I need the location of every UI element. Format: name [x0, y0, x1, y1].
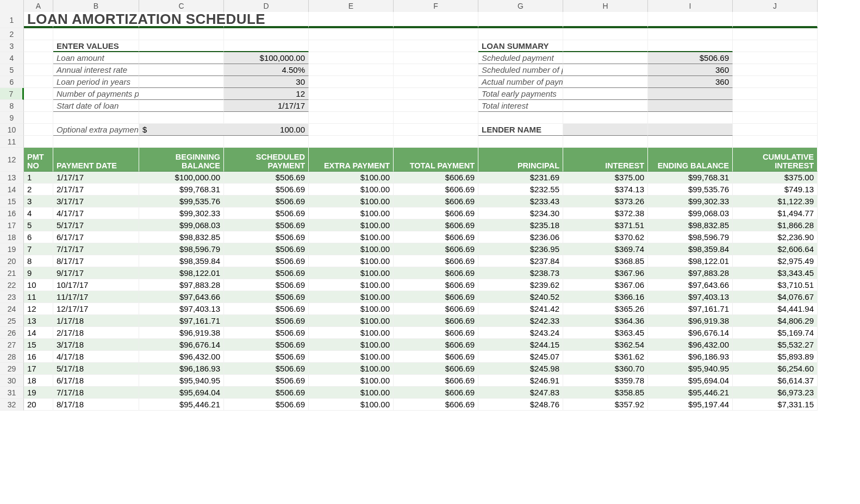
annual-rate-label[interactable]: Annual interest rate [53, 64, 139, 76]
cell-J7[interactable] [733, 88, 818, 100]
cell-int[interactable]: $374.13 [563, 184, 648, 196]
cell-beg[interactable]: $99,302.33 [139, 207, 224, 219]
cell-date[interactable]: 5/17/18 [53, 363, 139, 375]
extra-payments-label[interactable]: Optional extra payments [53, 124, 139, 136]
cell-D3[interactable] [224, 40, 309, 52]
scheduled-payment-value[interactable]: $506.69 [648, 52, 733, 64]
cell-beg[interactable]: $98,596.79 [139, 243, 224, 255]
cell-J3[interactable] [733, 40, 818, 52]
cell-n[interactable]: 14 [24, 327, 53, 339]
early-payments-label[interactable]: Total early payments [478, 88, 563, 100]
cell-date[interactable]: 2/17/17 [53, 184, 139, 196]
cell-prin[interactable]: $247.83 [478, 387, 563, 399]
row-header-25[interactable]: 25 [0, 315, 24, 327]
row-header-2[interactable]: 2 [0, 28, 24, 40]
cell-A1[interactable]: LOAN AMORTIZATION SCHEDULE [24, 12, 53, 28]
cell-end[interactable]: $97,643.66 [648, 279, 733, 291]
cell-date[interactable]: 7/17/17 [53, 243, 139, 255]
cell-C2[interactable] [139, 28, 224, 40]
cell-extra[interactable]: $100.00 [309, 327, 394, 339]
cell-cum[interactable]: $2,975.49 [733, 255, 818, 267]
cell-I2[interactable] [648, 28, 733, 40]
lender-name-value[interactable] [563, 124, 648, 136]
cell-beg[interactable]: $100,000.00 [139, 172, 224, 184]
cell-cum[interactable]: $2,236.90 [733, 231, 818, 243]
cell-cum[interactable]: $7,331.15 [733, 399, 818, 411]
cell-cum[interactable]: $3,710.51 [733, 279, 818, 291]
row-header-30[interactable]: 30 [0, 375, 24, 387]
cell-F9[interactable] [394, 112, 478, 124]
row-header-26[interactable]: 26 [0, 327, 24, 339]
row-header-32[interactable]: 32 [0, 399, 24, 411]
cell-sched[interactable]: $506.69 [224, 327, 309, 339]
cell-E2[interactable] [309, 28, 394, 40]
cell-E5[interactable] [309, 64, 394, 76]
row-header-13[interactable]: 13 [0, 172, 24, 184]
cell-extra[interactable]: $100.00 [309, 184, 394, 196]
loan-amount-value[interactable]: $100,000.00 [224, 52, 309, 64]
cell-extra[interactable]: $100.00 [309, 339, 394, 351]
cell-cum[interactable]: $3,343.45 [733, 267, 818, 279]
cell-int[interactable]: $367.06 [563, 279, 648, 291]
cell-H1[interactable] [563, 12, 648, 28]
cell-end[interactable]: $96,676.14 [648, 327, 733, 339]
cell-int[interactable]: $370.62 [563, 231, 648, 243]
cell-C3[interactable] [139, 40, 224, 52]
col-header-I[interactable]: I [648, 0, 733, 12]
cell-date[interactable]: 6/17/18 [53, 375, 139, 387]
cell-int[interactable]: $362.54 [563, 339, 648, 351]
cell-beg[interactable]: $99,068.03 [139, 219, 224, 231]
cell-n[interactable]: 18 [24, 375, 53, 387]
cell-C5[interactable] [139, 64, 224, 76]
cell-end[interactable]: $95,446.21 [648, 387, 733, 399]
cell-J8[interactable] [733, 100, 818, 112]
cell-end[interactable]: $95,694.04 [648, 375, 733, 387]
cell-J10[interactable] [733, 124, 818, 136]
cell-date[interactable]: 6/17/17 [53, 231, 139, 243]
row-header-18[interactable]: 18 [0, 231, 24, 243]
cell-end[interactable]: $96,186.93 [648, 351, 733, 363]
cell-total[interactable]: $606.69 [394, 399, 478, 411]
row-header-22[interactable]: 22 [0, 279, 24, 291]
cell-int[interactable]: $359.78 [563, 375, 648, 387]
period-years-label[interactable]: Loan period in years [53, 76, 139, 88]
cell-prin[interactable]: $237.84 [478, 255, 563, 267]
hdr-total-payment[interactable]: TOTAL PAYMENT [394, 148, 478, 172]
cell-n[interactable]: 15 [24, 339, 53, 351]
cell-prin[interactable]: $239.62 [478, 279, 563, 291]
cell-date[interactable]: 1/17/17 [53, 172, 139, 184]
row-header-1[interactable]: 1 [0, 12, 24, 28]
cell-date[interactable]: 7/17/18 [53, 387, 139, 399]
row-header-5[interactable]: 5 [0, 64, 24, 76]
cell-sched[interactable]: $506.69 [224, 387, 309, 399]
col-header-G[interactable]: G [478, 0, 563, 12]
cell-beg[interactable]: $97,643.66 [139, 291, 224, 303]
cell-prin[interactable]: $248.76 [478, 399, 563, 411]
cell-beg[interactable]: $99,535.76 [139, 196, 224, 207]
cell-int[interactable]: $357.92 [563, 399, 648, 411]
cell-I9[interactable] [648, 112, 733, 124]
cell-extra[interactable]: $100.00 [309, 387, 394, 399]
period-years-value[interactable]: 30 [224, 76, 309, 88]
cell-extra[interactable]: $100.00 [309, 291, 394, 303]
cell-beg[interactable]: $96,432.00 [139, 351, 224, 363]
cell-cum[interactable]: $5,532.27 [733, 339, 818, 351]
cell-beg[interactable]: $96,919.38 [139, 327, 224, 339]
cell-J4[interactable] [733, 52, 818, 64]
cell-J6[interactable] [733, 76, 818, 88]
cell-F8[interactable] [394, 100, 478, 112]
cell-total[interactable]: $606.69 [394, 196, 478, 207]
cell-E10[interactable] [309, 124, 394, 136]
cell-int[interactable]: $375.00 [563, 172, 648, 184]
cell-prin[interactable]: $241.42 [478, 303, 563, 315]
cell-end[interactable]: $95,197.44 [648, 399, 733, 411]
cell-total[interactable]: $606.69 [394, 207, 478, 219]
cell-E7[interactable] [309, 88, 394, 100]
cell-n[interactable]: 8 [24, 255, 53, 267]
extra-payments-value[interactable]: 100.00 [224, 124, 309, 136]
cell-date[interactable]: 11/17/17 [53, 291, 139, 303]
cell-prin[interactable]: $232.55 [478, 184, 563, 196]
cell-int[interactable]: $368.85 [563, 255, 648, 267]
cell-I10[interactable] [648, 124, 733, 136]
cell-cum[interactable]: $1,494.77 [733, 207, 818, 219]
